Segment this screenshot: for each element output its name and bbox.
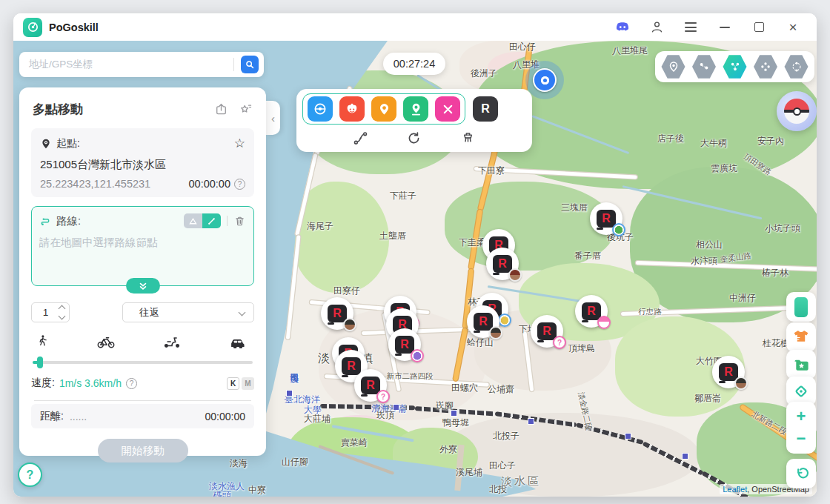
unit-toggle[interactable]: K M (227, 377, 254, 390)
share-icon[interactable] (214, 102, 228, 116)
unit-mi-button[interactable]: M (242, 377, 254, 390)
map-label: 番子厝 (574, 250, 601, 262)
route-icon (39, 215, 52, 228)
delete-route-icon[interactable] (233, 215, 246, 228)
leaflet-link[interactable]: Leaflet (723, 485, 747, 494)
favorite-star-icon[interactable]: ☆ (234, 136, 245, 151)
expand-route-button[interactable] (126, 278, 160, 294)
transit-stop-icon (451, 410, 457, 417)
start-coordinates: 25.223423,121.455231 (40, 178, 189, 190)
start-pin-icon (40, 138, 52, 150)
map-label: 店子後 (657, 133, 684, 145)
favorites-folder-button[interactable] (786, 350, 816, 379)
trip-mode-select[interactable]: 往返 (122, 302, 254, 322)
pokeball-app-icon[interactable] (308, 96, 333, 122)
route-planner-icon[interactable] (353, 130, 368, 146)
car-speed-icon[interactable] (230, 337, 247, 348)
question-badge-icon: ? (553, 336, 566, 349)
berry-green-badge-icon (612, 223, 625, 236)
slider-handle[interactable] (37, 357, 43, 368)
cooldown-shirt-button[interactable] (786, 322, 816, 352)
help-button[interactable]: ? (18, 462, 42, 487)
map-label: 椿子林 (762, 267, 788, 279)
rocket-marker[interactable]: R (575, 295, 608, 328)
refresh-icon[interactable] (406, 130, 422, 146)
rocket-marker[interactable]: R (388, 328, 421, 361)
account-icon[interactable] (649, 20, 664, 35)
rocket-marker[interactable]: R (467, 305, 499, 338)
panel-collapse-button[interactable]: ‹ (266, 101, 280, 135)
map-label: 外寮 (439, 443, 457, 456)
stepper-arrows-icon[interactable] (59, 306, 64, 319)
map-label: 頂埤島 (568, 342, 595, 355)
discord-icon[interactable] (615, 20, 630, 35)
reset-button[interactable] (786, 459, 816, 488)
rocket-marker[interactable]: R? (531, 315, 563, 348)
mode-switcher (655, 51, 814, 82)
map-label: 崁頂 (376, 409, 394, 422)
rocket-marker[interactable]: R (712, 356, 745, 388)
route-label: 路線: (56, 214, 184, 228)
walk-speed-icon[interactable] (37, 334, 48, 348)
rocket-tab-icon[interactable]: R (473, 96, 498, 122)
divider (34, 400, 251, 401)
time-help-icon[interactable]: ? (234, 179, 245, 190)
titlebar: PoGoskill × (13, 13, 817, 41)
select-chevron-icon (239, 309, 246, 316)
maximize-button[interactable] (751, 20, 766, 35)
route-draw-mode-toggle[interactable] (184, 213, 221, 228)
scooter-speed-icon[interactable] (163, 336, 181, 348)
map-label: 雲廣坑 (711, 162, 737, 175)
map-label: 田螺穴 (451, 382, 478, 394)
line-mode-icon[interactable] (202, 213, 221, 228)
slider-track[interactable] (33, 361, 253, 364)
search-input[interactable]: 地址/GPS坐標 (29, 58, 233, 71)
map-label: 北投子 (493, 430, 519, 442)
rocket-marker[interactable]: R (486, 248, 519, 280)
speed-help-icon[interactable]: ? (126, 378, 137, 389)
two-spot-mode-button[interactable] (691, 54, 717, 79)
close-button[interactable]: × (786, 20, 800, 35)
location-app-icon[interactable] (403, 96, 428, 122)
x-app-icon[interactable] (435, 96, 460, 122)
zoom-in-button[interactable]: + (797, 408, 806, 425)
rocket-marker[interactable]: R (321, 297, 353, 330)
clear-icon[interactable] (460, 130, 476, 146)
zoom-out-button[interactable]: − (797, 431, 806, 447)
curve-mode-icon[interactable] (184, 213, 202, 228)
map-label: 水汴頭 (691, 255, 717, 268)
game-toolbar: R (296, 89, 532, 152)
route-placeholder: 請在地圖中選擇路線節點 (39, 236, 246, 250)
pogoskill-logo-icon (23, 18, 42, 37)
folder-star-icon (793, 357, 810, 372)
route-card[interactable]: 路線: 請在地圖中選擇路線節點 (31, 206, 254, 286)
map-label: 碼頭 (213, 489, 231, 497)
monster-app-icon[interactable] (339, 96, 365, 122)
pokemon-purple-badge-icon (411, 349, 424, 362)
pin-app-icon[interactable] (371, 96, 396, 122)
favorites-icon[interactable] (238, 102, 253, 117)
minimize-button[interactable] (717, 20, 732, 35)
repeat-count-stepper[interactable]: 1 (31, 302, 70, 322)
rocket-marker[interactable]: R? (354, 369, 387, 402)
unit-km-button[interactable]: K (227, 377, 239, 390)
menu-icon[interactable] (683, 20, 698, 35)
map-label: 田心子 (489, 460, 516, 472)
speed-slider[interactable] (33, 356, 253, 369)
map-label: 北投 (489, 483, 507, 496)
map-label: 淡海 (230, 457, 248, 470)
start-point-card: 起點: ☆ 251005台灣新北市淡水區 25.223423,121.45523… (31, 128, 254, 197)
pokeball-button[interactable] (777, 91, 817, 131)
joystick-mode-button[interactable] (753, 54, 778, 79)
search-button[interactable] (241, 56, 259, 73)
teleport-mode-button[interactable] (661, 54, 686, 79)
multi-point-panel: 多點移動 起點: ☆ 251005台灣新北市淡水區 25.223423,121.… (19, 87, 266, 456)
gpx-route-mode-button[interactable] (784, 54, 809, 79)
start-move-button[interactable]: 開始移動 (98, 439, 188, 462)
device-button[interactable] (786, 292, 816, 322)
app-title: PoGoskill (49, 21, 99, 33)
rocket-marker[interactable]: R (590, 202, 622, 235)
multi-spot-mode-button[interactable] (723, 54, 748, 79)
phone-icon (794, 297, 808, 317)
bike-speed-icon[interactable] (97, 336, 115, 348)
